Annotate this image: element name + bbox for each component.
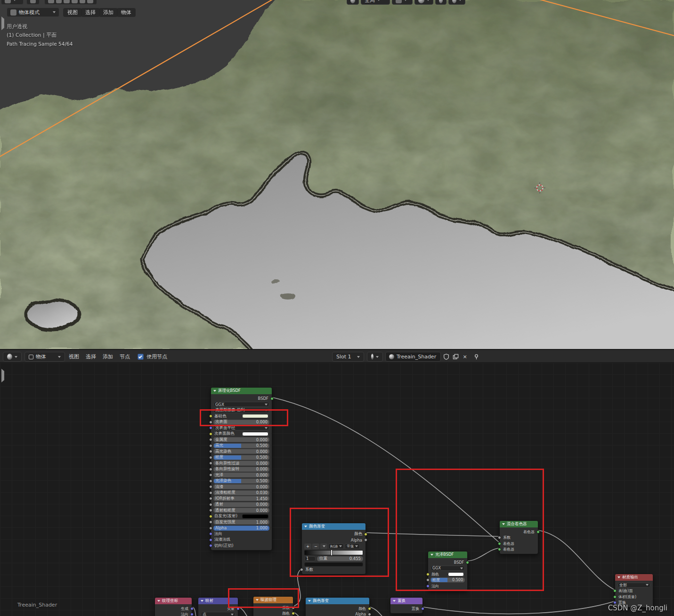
transform-orientation-dropdown[interactable]: 全局: [361, 0, 390, 5]
material-name-field[interactable]: Treeain_Shader: [385, 352, 441, 362]
row-ior[interactable]: IOR折射率1.450: [213, 496, 269, 501]
object-mode-dropdown[interactable]: 物体模式: [7, 8, 59, 17]
row-alpha[interactable]: Alpha1.000: [213, 526, 269, 531]
mapping-type-dropdown[interactable]: 点: [201, 612, 235, 616]
row-anisotropic[interactable]: 各向异性过滤0.000: [213, 461, 269, 466]
shader-output-socket[interactable]: [536, 530, 540, 534]
node-mix-shader[interactable]: 混合着色器 着色器 系数 着色器 着色器: [499, 520, 538, 554]
stop-color-field[interactable]: [304, 562, 363, 567]
node-colorramp-2[interactable]: 颜色渐变 颜色 Alpha: [305, 597, 370, 616]
stop-position-slider[interactable]: 位置0.455: [317, 556, 363, 561]
distribution-dropdown[interactable]: GGX: [430, 566, 465, 571]
collapse-icon[interactable]: [617, 576, 620, 578]
sss-method-dropdown[interactable]: 克里斯滕森-伯利: [213, 408, 269, 413]
node-header[interactable]: 纹理坐标: [155, 598, 192, 604]
row-fac[interactable]: 系数: [502, 535, 536, 540]
output-color[interactable]: 颜色: [304, 532, 363, 537]
snapping-dropdown[interactable]: [392, 0, 413, 5]
row-specular-tint[interactable]: 高光染色0.000: [213, 449, 269, 454]
pin-button[interactable]: [472, 352, 480, 362]
colorramp-gradient[interactable]: [304, 550, 363, 555]
collapse-icon[interactable]: [157, 600, 160, 602]
fake-user-shield-button[interactable]: [442, 352, 450, 362]
color-output-socket[interactable]: [364, 533, 367, 536]
node-colorramp[interactable]: 颜色渐变 颜色 Alpha + − RGB 常值 1 位置0.455 系数: [301, 523, 366, 575]
row-transmission[interactable]: 透射0.000: [213, 502, 269, 507]
add-stop-button[interactable]: +: [304, 543, 311, 549]
node-header[interactable]: 混合着色器: [500, 521, 538, 527]
color-mode-dropdown[interactable]: RGB: [328, 543, 344, 549]
menu-object[interactable]: 物体: [117, 8, 136, 17]
row-anisotropic-rotation[interactable]: 各向异性旋转0.000: [213, 467, 269, 472]
node-principled-bsdf[interactable]: 原理化BSDF BSDF GGX 克里斯滕森-伯利 基础色 次表面0.000 次…: [211, 387, 272, 551]
row-transmission-roughness[interactable]: 透射粗糙度0.000: [213, 508, 269, 513]
node-displacement[interactable]: 置换 置换: [390, 597, 423, 614]
gizmo-toggle-button[interactable]: [435, 0, 447, 5]
collapse-icon[interactable]: [304, 526, 307, 527]
interpolation-dropdown[interactable]: 常值: [345, 543, 360, 549]
node-menu-view[interactable]: 视图: [69, 352, 79, 362]
output-color[interactable]: 颜色: [308, 606, 367, 611]
unlink-material-button[interactable]: ×: [461, 352, 469, 362]
node-mapping[interactable]: 映射 矢量 点: [198, 597, 238, 616]
target-dropdown[interactable]: 全部: [617, 583, 650, 588]
collapse-icon[interactable]: [430, 554, 433, 556]
menu-select[interactable]: 选择: [81, 8, 100, 17]
node-material-output[interactable]: 材质输出 全部 表(曲)面 体积(质量) 置换: [615, 574, 653, 608]
alpha-output-socket[interactable]: [364, 538, 367, 542]
row-subsurface-color[interactable]: 次表面颜色: [213, 431, 269, 437]
tool-settings-button[interactable]: [26, 0, 40, 5]
glossy-color-swatch[interactable]: [448, 572, 464, 576]
row-surface[interactable]: 表(曲)面: [617, 588, 650, 593]
active-tool-dropdown[interactable]: [1, 0, 24, 5]
shading-render-icon[interactable]: [72, 0, 78, 3]
node-sidebar-toggle[interactable]: [1, 371, 4, 380]
row-roughness[interactable]: 糙度0.500: [430, 577, 465, 583]
viewport-3d[interactable]: 全局 物体模式 视图 选择 添加 物体 用户透视 (1) Collection …: [0, 0, 674, 349]
collapse-icon[interactable]: [201, 600, 203, 602]
remove-stop-button[interactable]: −: [312, 543, 319, 549]
row-normal[interactable]: 法向: [213, 531, 269, 536]
shading-wire-icon[interactable]: [48, 0, 54, 3]
row-clearcoat[interactable]: 清漆0.000: [213, 484, 269, 489]
row-clearcoat-normal[interactable]: 清漆法线: [213, 537, 269, 543]
browse-material-dropdown[interactable]: [367, 352, 383, 362]
output-bsdf[interactable]: BSDF: [430, 560, 465, 565]
ramp-tools-dropdown[interactable]: [320, 543, 327, 549]
bsdf-output-socket[interactable]: [270, 397, 274, 400]
proportional-edit-dropdown[interactable]: [414, 0, 433, 5]
row-factor[interactable]: 系数: [304, 567, 363, 572]
use-nodes-toggle[interactable]: 使用节点: [138, 352, 167, 362]
row-sheen-tint[interactable]: 光泽染色0.500: [213, 478, 269, 484]
collapse-icon[interactable]: [308, 600, 311, 602]
output-displacement[interactable]: 置换: [393, 606, 420, 611]
node-noise-texture[interactable]: 噪波纹理 系数 颜色: [253, 596, 293, 616]
row-metallic[interactable]: 金属度0.000: [213, 437, 269, 442]
row-specular[interactable]: 高光0.500: [213, 443, 269, 448]
row-emission-strength[interactable]: 自发光强度1.000: [213, 519, 269, 525]
row-normal[interactable]: 法向: [430, 584, 465, 589]
output-alpha[interactable]: Alpha: [308, 612, 367, 616]
row-subsurface[interactable]: 次表面0.000: [213, 420, 269, 425]
row-tangent[interactable]: 切向(正切): [213, 543, 269, 548]
node-glossy-bsdf[interactable]: 光泽BSDF BSDF GGX 颜色 糙度0.500 法向: [428, 551, 468, 591]
active-stop-marker[interactable]: [331, 550, 332, 555]
duplicate-material-button[interactable]: [451, 352, 460, 362]
row-subsurface-radius[interactable]: 次表面半径: [213, 425, 269, 430]
shading-material-icon[interactable]: [64, 0, 70, 3]
row-clearcoat-roughness[interactable]: 清漆粗糙度0.030: [213, 490, 269, 495]
shading-solid-icon[interactable]: [56, 0, 62, 3]
collapse-icon[interactable]: [502, 523, 505, 525]
node-header[interactable]: 映射: [198, 598, 238, 604]
node-header[interactable]: 材质输出: [615, 574, 653, 581]
pivot-point-button[interactable]: [347, 0, 359, 5]
editor-type-dropdown[interactable]: [3, 352, 22, 362]
node-header[interactable]: 噪波纹理: [253, 597, 293, 603]
use-nodes-checkbox[interactable]: [138, 354, 144, 360]
row-sheen[interactable]: 光泽0.000: [213, 472, 269, 478]
output-normal[interactable]: 法向: [157, 612, 189, 616]
node-menu-node[interactable]: 节点: [120, 352, 130, 362]
row-roughness[interactable]: 糙度0.500: [213, 455, 269, 460]
node-header[interactable]: 颜色渐变: [306, 598, 369, 604]
collapse-icon[interactable]: [393, 600, 396, 602]
